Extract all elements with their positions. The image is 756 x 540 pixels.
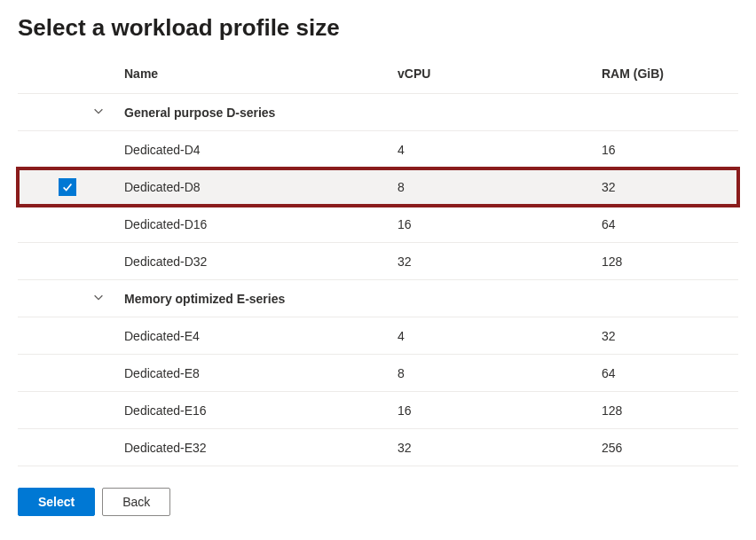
table-row[interactable]: Dedicated-D16 16 64 <box>18 206 738 243</box>
checkbox-checked-icon[interactable] <box>59 178 76 196</box>
group-row[interactable]: General purpose D-series <box>18 94 738 131</box>
page-title: Select a workload profile size <box>18 14 738 42</box>
cell-ram: 256 <box>595 429 738 466</box>
cell-name: Dedicated-D8 <box>117 168 390 206</box>
chevron-down-icon <box>92 291 105 303</box>
cell-vcpu: 8 <box>390 355 595 392</box>
cell-ram: 64 <box>595 206 738 243</box>
group-label: Memory optimized E-series <box>117 280 390 317</box>
cell-ram: 128 <box>595 243 738 280</box>
cell-name: Dedicated-E16 <box>117 392 390 429</box>
cell-ram: 128 <box>595 392 738 429</box>
cell-vcpu: 4 <box>390 131 595 168</box>
cell-vcpu: 16 <box>390 392 595 429</box>
cell-vcpu: 4 <box>390 317 595 355</box>
table-row[interactable]: Dedicated-D32 32 128 <box>18 243 738 280</box>
footer-actions: Select Back <box>18 488 738 516</box>
table-row[interactable]: Dedicated-E32 32 256 <box>18 429 738 466</box>
table-row[interactable]: Dedicated-E8 8 64 <box>18 355 738 392</box>
cell-ram: 32 <box>595 317 738 355</box>
cell-name: Dedicated-D32 <box>117 243 390 280</box>
cell-name: Dedicated-E8 <box>117 355 390 392</box>
table-row[interactable]: Dedicated-D8 8 32 <box>18 168 738 206</box>
cell-ram: 64 <box>595 355 738 392</box>
group-row[interactable]: Memory optimized E-series <box>18 280 738 317</box>
cell-ram: 16 <box>595 131 738 168</box>
column-header-vcpu[interactable]: vCPU <box>390 58 595 94</box>
cell-vcpu: 8 <box>390 168 595 206</box>
cell-name: Dedicated-E4 <box>117 317 390 355</box>
column-header-ram[interactable]: RAM (GiB) <box>595 58 738 94</box>
table-header-row: Name vCPU RAM (GiB) <box>18 58 738 94</box>
cell-vcpu: 32 <box>390 429 595 466</box>
select-button[interactable]: Select <box>18 488 95 516</box>
profile-table: Name vCPU RAM (GiB) General purpose D-se… <box>18 58 738 466</box>
group-label: General purpose D-series <box>117 94 390 131</box>
column-header-select <box>18 58 117 94</box>
table-row[interactable]: Dedicated-E4 4 32 <box>18 317 738 355</box>
cell-name: Dedicated-D16 <box>117 206 390 243</box>
cell-name: Dedicated-D4 <box>117 131 390 168</box>
chevron-down-icon <box>92 105 105 117</box>
back-button[interactable]: Back <box>102 488 170 516</box>
cell-vcpu: 32 <box>390 243 595 280</box>
cell-ram: 32 <box>595 168 738 206</box>
cell-vcpu: 16 <box>390 206 595 243</box>
column-header-name[interactable]: Name <box>117 58 390 94</box>
cell-name: Dedicated-E32 <box>117 429 390 466</box>
table-row[interactable]: Dedicated-E16 16 128 <box>18 392 738 429</box>
table-row[interactable]: Dedicated-D4 4 16 <box>18 131 738 168</box>
